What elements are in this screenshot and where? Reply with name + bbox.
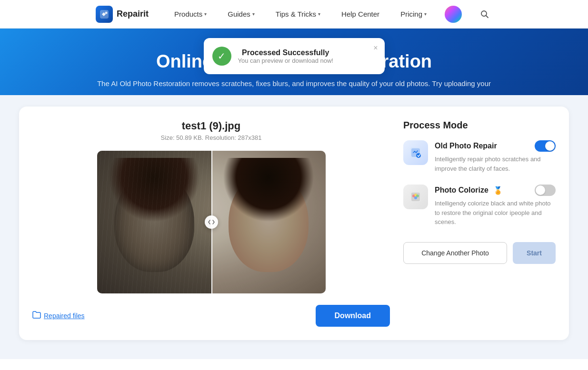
colorize-toggle[interactable]: [535, 185, 556, 196]
repair-toggle-knob: [545, 141, 555, 151]
folder-icon: [32, 311, 41, 321]
nav-guides-chevron: ▾: [252, 11, 255, 17]
file-name: test1 (9).jpg: [32, 120, 390, 132]
logo-text: Repairit: [117, 9, 149, 19]
scratch-overlay: [97, 151, 211, 293]
nav-products-chevron: ▾: [204, 11, 207, 17]
left-panel: test1 (9).jpg Size: 50.89 KB. Resolution…: [32, 120, 390, 327]
file-meta: Size: 50.89 KB. Resolution: 287x381: [32, 134, 390, 141]
right-panel: Process Mode Old Photo Repair: [403, 120, 556, 327]
nav-products-label: Products: [174, 10, 202, 18]
toast-close-button[interactable]: ×: [373, 44, 378, 52]
nav-pricing[interactable]: Pricing ▾: [398, 8, 429, 20]
toast-content: Processed Successfully You can preview o…: [238, 49, 333, 64]
svg-point-1: [105, 11, 108, 14]
repaired-files-label: Repaired files: [44, 312, 85, 320]
svg-point-6: [416, 153, 421, 158]
logo[interactable]: Repairit: [96, 6, 149, 23]
colorize-mode-name: Photo Colorize: [435, 186, 488, 195]
main-card: test1 (9).jpg Size: 50.89 KB. Resolution…: [19, 107, 569, 340]
nav-guides-label: Guides: [228, 10, 250, 18]
main-container: test1 (9).jpg Size: 50.89 KB. Resolution…: [0, 95, 588, 359]
nav-tips-label: Tips & Tricks: [276, 10, 316, 18]
colorize-toggle-knob: [536, 185, 545, 195]
colorize-mode-header: Photo Colorize 🏅: [435, 185, 556, 196]
compare-handle[interactable]: [205, 215, 218, 229]
svg-point-12: [414, 196, 417, 199]
repair-mode-icon: [403, 140, 428, 165]
nav-pricing-label: Pricing: [400, 10, 422, 18]
photo-compare[interactable]: [97, 151, 326, 293]
toast-notification: ✓ Processed Successfully You can preview…: [204, 38, 385, 74]
toast-title: Processed Successfully: [238, 49, 333, 57]
repaired-files-link[interactable]: Repaired files: [32, 311, 85, 321]
toast-subtitle: You can preview or download now!: [238, 57, 333, 64]
hair-after: [223, 158, 314, 222]
nav-help-label: Help Center: [341, 10, 379, 18]
logo-icon: [96, 6, 113, 23]
colorize-mode-desc: Intelligendy colorize black and white ph…: [435, 199, 556, 227]
colorize-mode-content: Photo Colorize 🏅 Intelligendy colorize b…: [435, 185, 556, 227]
search-button[interactable]: [477, 7, 492, 22]
repair-toggle[interactable]: [535, 140, 556, 152]
hero-description: The AI Old Photo Restoration removes scr…: [80, 79, 508, 88]
photo-after: [211, 151, 326, 293]
svg-line-3: [486, 15, 488, 18]
premium-badge-icon: 🏅: [493, 186, 503, 195]
user-avatar[interactable]: [445, 6, 462, 23]
right-buttons: Change Another Photo Start: [403, 242, 556, 264]
bottom-bar: Repaired files Download: [32, 305, 390, 327]
nav-tips-chevron: ▾: [318, 11, 320, 17]
repair-mode-header: Old Photo Repair: [435, 140, 556, 152]
repair-mode-name: Old Photo Repair: [435, 142, 497, 150]
nav-pricing-chevron: ▾: [424, 11, 427, 17]
nav-help[interactable]: Help Center: [339, 8, 382, 20]
nav-tips[interactable]: Tips & Tricks ▾: [273, 8, 323, 20]
toast-success-icon: ✓: [212, 47, 231, 66]
mode-colorize: Photo Colorize 🏅 Intelligendy colorize b…: [403, 185, 556, 227]
navbar: Repairit Products ▾ Guides ▾ Tips & Tric…: [0, 0, 588, 29]
process-mode-title: Process Mode: [403, 120, 556, 131]
start-button[interactable]: Start: [513, 242, 556, 264]
nav-guides[interactable]: Guides ▾: [225, 8, 258, 20]
nav-products[interactable]: Products ▾: [171, 8, 209, 20]
change-photo-button[interactable]: Change Another Photo: [403, 242, 507, 264]
download-button[interactable]: Download: [316, 305, 390, 327]
repair-mode-desc: Intelligently repair photo scratches and…: [435, 155, 556, 173]
mode-repair: Old Photo Repair Intelligently repair ph…: [403, 140, 556, 173]
colorize-mode-icon: [403, 185, 428, 209]
hero-section: Online AI Old Photo Restoration The AI O…: [0, 29, 588, 95]
photo-before: [97, 151, 211, 293]
repair-mode-content: Old Photo Repair Intelligently repair ph…: [435, 140, 556, 173]
